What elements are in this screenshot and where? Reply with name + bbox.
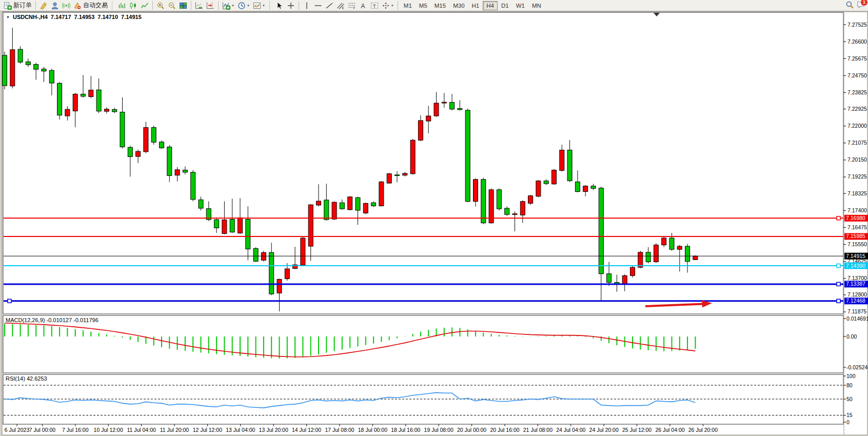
chart-shift-button[interactable] [205,1,216,11]
timeframe-w1[interactable]: W1 [512,1,528,10]
signals-button[interactable] [61,1,72,11]
line-handle[interactable] [837,282,840,286]
zoom-out-button[interactable] [166,1,177,11]
price-tick-label: 7.21075 [847,140,867,146]
time-tick-label: 13 Jul 04:00 [226,427,255,433]
price-badge-label: 7.14390 [846,263,865,269]
chart-canvas[interactable]: 7.275257.266007.256757.247507.238257.229… [0,0,868,436]
periods-button[interactable]: ▼ [236,1,251,11]
candle-body [104,109,109,111]
indicators-button[interactable]: ▼ [221,1,236,11]
price-tick-label: 7.24750 [847,72,867,78]
candle-chart-button[interactable] [128,1,139,11]
timeframe-m30[interactable]: M30 [449,1,468,10]
time-tick-label: 24 Jul 04:00 [556,427,585,433]
line-handle[interactable] [837,299,840,303]
candle-body [57,83,62,115]
candle-body [497,190,501,209]
candle-body [434,103,439,116]
price-tick-label: 7.11875 [847,308,866,314]
price-tick-label: 7.25675 [847,55,867,62]
auto-scroll-button[interactable] [193,1,205,11]
candle-body [120,112,125,147]
candle-body [591,186,596,189]
candle-body [151,128,156,143]
candle-body [10,50,15,86]
profile-button[interactable] [49,1,61,11]
rsi-axis-label: 50 [846,396,853,402]
timeframe-h4[interactable]: H4 [483,1,498,10]
price-tick-label: 7.20150 [847,156,867,163]
time-tick-label: 14 Jul 12:00 [292,427,321,433]
price-tick-label: 7.12800 [847,291,867,298]
fibonacci-tool-button[interactable]: F [346,1,358,11]
price-tick-label: 7.23825 [847,89,867,95]
time-tick-label: 19 Jul 08:00 [424,427,453,433]
template-icon [253,2,261,10]
candle-body [450,103,455,109]
auto-trading-button[interactable]: 自动交易 [72,1,109,11]
notifications-button[interactable]: 1 [857,1,865,11]
toolbar-separator [191,1,191,10]
main-chart-pane [3,12,843,314]
candle-body [669,238,674,249]
cursor-icon [275,2,284,10]
svg-text:A: A [361,2,365,9]
line-handle[interactable] [837,264,840,268]
rsi-axis-label: 80 [846,382,853,388]
bar-chart-button[interactable] [116,1,128,11]
price-tick-label: 7.22000 [847,123,867,129]
price-tick-label: 7.27525 [847,22,867,28]
zoom-in-button[interactable] [155,1,166,11]
price-tick-label: 7.17400 [847,207,867,213]
quote-bar: ▼ USDCNH-,H4 7.14717 7.14953 7.14710 7.1… [6,14,142,20]
text-tool-button[interactable]: A [358,1,369,11]
time-tick-label: 21 Jul 08:00 [523,427,553,433]
candle-body [465,110,470,202]
line-handle[interactable] [8,299,11,303]
line-chart-button[interactable] [139,1,150,11]
candle-body [528,196,533,204]
rsi-axis-label: 100 [846,373,856,379]
timeframe-mn[interactable]: MN [528,1,545,10]
candle-body [89,90,93,97]
timeframe-m15[interactable]: M15 [431,1,449,10]
label-tool-button[interactable]: T [369,1,380,11]
tile-windows-button[interactable] [177,1,189,11]
templates-button[interactable]: ▼ [251,1,267,11]
new-order-button[interactable]: 新订单 [2,1,33,11]
candle-body [693,256,698,260]
time-tick-label: 7 Jul 16:00 [62,427,89,433]
macd-axis-label: -0.02524 [846,364,868,370]
cursor-tool-button[interactable] [274,1,285,11]
candle-body [222,220,227,234]
candle-body [96,90,101,111]
candle-body [340,203,344,209]
crosshair-tool-button[interactable] [285,1,297,11]
trendline-tool-button[interactable] [324,1,335,11]
candle-body [536,181,541,196]
candle-body [646,252,650,262]
time-tick-label: 24 Jul 20:00 [589,427,619,433]
new-order-button-label: 新订单 [13,1,32,10]
timeframe-m1[interactable]: M1 [400,1,416,10]
symbol-collapse-icon[interactable]: ▼ [6,15,10,19]
candle-body [324,200,329,220]
rsi-indicator-label: RSI(14) 42.6253 [6,375,47,382]
search-button[interactable] [845,1,854,11]
bars-icon [118,2,126,10]
time-tick-label: 11 Jul 04:00 [127,427,156,433]
timeframe-m5[interactable]: M5 [416,1,431,10]
candle-body [560,150,564,171]
arrows-tool-button[interactable]: ▼ [380,1,396,11]
horizontal-line-tool-button[interactable] [312,1,324,11]
time-tick-label: 7 Jul 00:00 [29,427,56,433]
candle-body [112,109,117,111]
vertical-line-tool-button[interactable] [301,1,312,11]
candle-body [238,218,243,233]
equidistant-channel-tool-button[interactable]: E [335,1,346,11]
timeframe-h1[interactable]: H1 [468,1,483,10]
line-handle[interactable] [837,216,840,220]
timeframe-d1[interactable]: D1 [498,1,512,10]
crayon-tool-button[interactable] [38,1,49,11]
